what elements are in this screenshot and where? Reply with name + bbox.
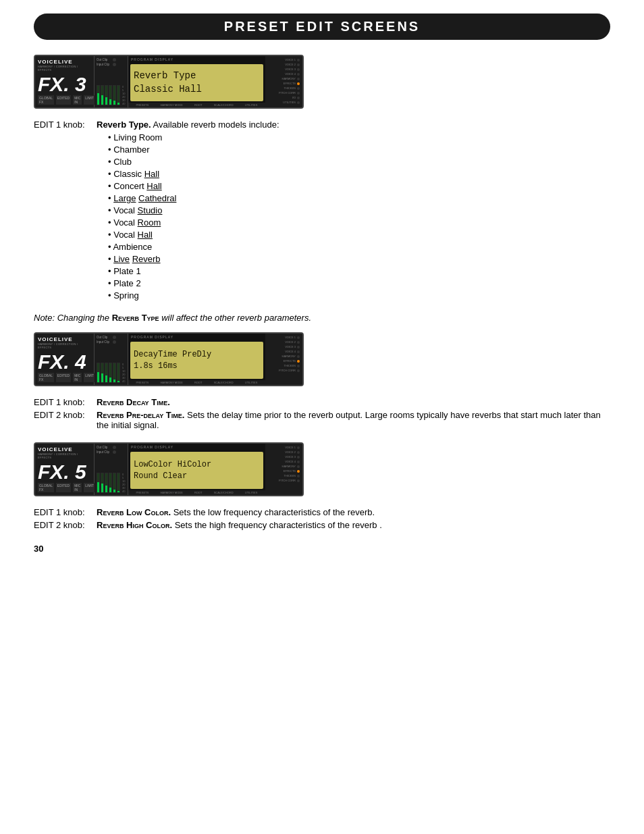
device-1-nav-presets: PRESETS (136, 103, 149, 107)
dr-row-effects: EFFECTS (268, 82, 300, 85)
dr-dot-voice3 (297, 68, 300, 71)
device-1-right: VOICE 1 VOICE 2 VOICE 3 VOICE 4 HARMONY … (265, 56, 302, 107)
dr-row-harmony: HARMONY (268, 77, 300, 80)
dr-dot-pitch-corr (297, 92, 300, 95)
device-3-subtitle: HARMONY / CORRECTION / EFFECTS (38, 452, 91, 459)
meter-40db (117, 85, 120, 105)
device-1-big-display: FX. 3 (38, 73, 91, 95)
device-1-nav-utilities: UTILITIES (245, 103, 258, 107)
device-1-footer-label-3: MIC IN (73, 95, 82, 105)
dr-dot-voice1 (297, 59, 300, 61)
note-prefix: Note: Changing the Reverb Type will affe… (34, 313, 311, 323)
device-2-footer-label-2: EDITED (56, 373, 71, 382)
out-clip-dot (113, 58, 116, 61)
device-2-center: PROGRAM DISPLAY DecayTime PreDly 1.8s 16… (128, 334, 265, 385)
page-title-bar: PRESET EDIT SCREENS (34, 14, 610, 40)
device-2-display: DecayTime PreDly 1.8s 16ms (130, 342, 263, 379)
dr-row-voice2: VOICE 2 (268, 63, 300, 66)
device-1-display: Reverb Type Classic Hall (130, 64, 263, 101)
edit1-lowcolor-content: Reverb Low Color. Sets the low frequency… (97, 507, 375, 517)
reverb-lowcolor-label: Reverb Low Color. (97, 507, 171, 517)
meter-0db (97, 85, 100, 105)
edit1-desc: Available reverb models include: (153, 120, 279, 130)
meter-10db (105, 85, 108, 105)
dr-dot-voice2 (297, 63, 300, 66)
device-1-out-clip-row: Out Clip (97, 58, 126, 61)
reverb-highcolor-label: Reverb High Color. (97, 520, 172, 530)
reverb-model-large-cathedral: Large Cathedral (108, 193, 610, 203)
device-2-right: VOICE 1 VOICE 2 VOICE 3 VOICE 4 HARMONY … (265, 334, 302, 385)
edit1-decay-line: EDIT 1 knob: Reverb Decay Time. (34, 397, 610, 407)
dr-row-io: I/O (268, 96, 300, 99)
device-1: VOICELIVE HARMONY / CORRECTION / EFFECTS… (34, 55, 304, 109)
device-2-footer-label-1: GLOBAL FX (38, 373, 54, 382)
device-3-right: VOICE 1 VOICE 2 VOICE 3 VOICE 4 HARMONY … (265, 444, 302, 495)
device-1-brand: VOICELIVE (38, 59, 91, 65)
device-1-input-clip-row: Input Clip (97, 63, 126, 66)
dr-row-voice3: VOICE 3 (268, 68, 300, 71)
reverb-predelay-label: Reverb Pre-delay Time. (97, 410, 184, 420)
device-3: VOICELIVE HARMONY / CORRECTION / EFFECTS… (34, 442, 304, 496)
reverb-model-plate-1: Plate 1 (108, 266, 610, 276)
device-1-middle: Out Clip Input Clip (95, 56, 128, 107)
section-2: EDIT 1 knob: Reverb Decay Time. EDIT 2 k… (34, 397, 610, 430)
edit1-lowcolor-knob-label: EDIT 1 knob: (34, 507, 91, 517)
dr-dot-harmony (297, 78, 300, 80)
reverb-model-spring: Spring (108, 290, 610, 301)
device-1-display-line1: Reverb Type (134, 70, 260, 83)
device-2-left: VOICELIVE HARMONY / CORRECTION / EFFECTS… (35, 334, 95, 385)
device-3-brand: VOICELIVE (38, 446, 91, 452)
reverb-model-vocal-hall: Vocal Hall (108, 230, 610, 240)
edit1-knob-label: EDIT 1 knob: (34, 120, 91, 130)
device-1-footer-label-2: EDITED (56, 95, 71, 105)
edit1-lowcolor-line: EDIT 1 knob: Reverb Low Color. Sets the … (34, 507, 610, 517)
note-text: Note: Changing the Reverb Type will affe… (34, 313, 610, 323)
input-clip-label: Input Clip (97, 63, 111, 66)
device-2-program-label: PROGRAM DISPLAY (128, 334, 265, 340)
device-2-subtitle: HARMONY / CORRECTION / EFFECTS (38, 342, 91, 349)
device-2-nav: PRESETS HARMONY MODE ROOT SCALE/CHORD UT… (128, 380, 265, 385)
device-2-footer: GLOBAL FX EDITED MIC IN LIMIT (38, 373, 91, 382)
reverb-decay-label: Reverb Decay Time. (97, 397, 170, 407)
edit1-content: Reverb Type. Available reverb models inc… (97, 120, 279, 130)
reverb-model-living-room: Living Room (108, 132, 610, 142)
reverb-type-label: Reverb Type. (97, 120, 151, 130)
edit1-decay-content: Reverb Decay Time. (97, 397, 170, 407)
edit2-highcolor-line: EDIT 2 knob: Reverb High Color. Sets the… (34, 520, 610, 530)
meter-30db (113, 85, 116, 105)
meter-labels: 0 5 10 20 30 40 (122, 85, 125, 105)
edit2-highcolor-desc: Sets the high frequency characteristics … (175, 520, 382, 530)
dr-dot-utilities (297, 101, 300, 104)
edit1-lowcolor-desc: Sets the low frequency characteristics o… (173, 507, 375, 517)
device-1-wrapper: VOICELIVE HARMONY / CORRECTION / EFFECTS… (34, 55, 610, 109)
device-1-subtitle: HARMONY / CORRECTION / EFFECTS (38, 65, 91, 72)
device-1-footer-label-4: LIMIT (84, 95, 95, 105)
device-3-nav: PRESETS HARMONY MODE ROOT SCALE/CHORD UT… (128, 490, 265, 495)
edit2-predelay-knob-label: EDIT 2 knob: (34, 410, 91, 430)
section-1: EDIT 1 knob: Reverb Type. Available reve… (34, 120, 610, 301)
device-1-nav-root: ROOT (194, 103, 203, 107)
out-clip-label: Out Clip (97, 58, 111, 61)
device-3-display-line1: LowColor HiColor (134, 459, 260, 471)
edit2-predelay-content: Reverb Pre-delay Time. Sets the delay ti… (97, 410, 610, 430)
device-3-program-label: PROGRAM DISPLAY (128, 444, 265, 450)
reverb-model-vocal-studio: Vocal Studio (108, 205, 610, 215)
device-3-display-line2: Round Clear (134, 471, 260, 482)
device-2-display-line1: DecayTime PreDly (134, 349, 260, 361)
dr-row-voice1: VOICE 1 (268, 58, 300, 61)
reverb-type-ref: Reverb Type (112, 313, 159, 323)
device-1-nav: PRESETS HARMONY MODE ROOT SCALE/CHORD UT… (128, 103, 265, 107)
device-3-big-display: FX. 5 (38, 461, 91, 483)
device-1-meters: 0 5 10 20 30 40 (97, 69, 126, 105)
device-3-middle: Out Clip Input Clip 0 5 10 20 30 (95, 444, 128, 495)
device-2: VOICELIVE HARMONY / CORRECTION / EFFECTS… (34, 332, 304, 386)
device-3-display: LowColor HiColor Round Clear (130, 452, 263, 489)
device-1-center: PROGRAM DISPLAY Reverb Type Classic Hall… (128, 56, 265, 107)
device-3-footer: GLOBAL FX EDITED MIC IN LIMIT (38, 483, 91, 492)
edit2-highcolor-knob-label: EDIT 2 knob: (34, 520, 91, 530)
page-number: 30 (34, 544, 610, 554)
device-2-brand: VOICELIVE (38, 336, 91, 342)
device-1-program-label: PROGRAM DISPLAY (128, 56, 265, 63)
device-2-footer-label-4: LIMIT (84, 373, 95, 382)
edit1-decay-knob-label: EDIT 1 knob: (34, 397, 91, 407)
